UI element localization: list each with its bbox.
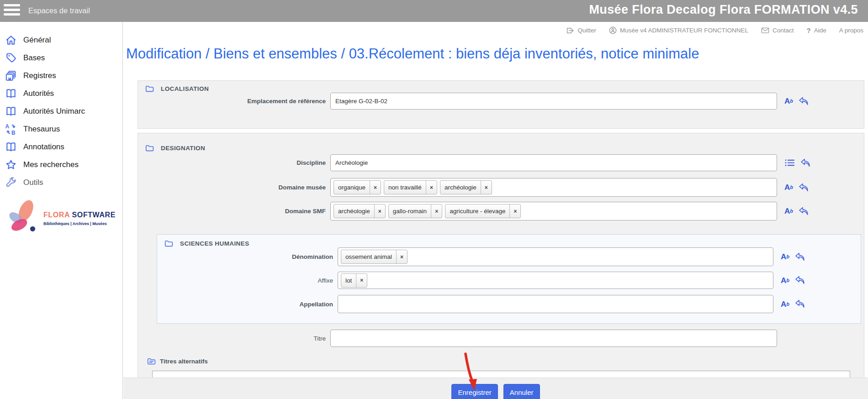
hamburger-menu-icon[interactable] bbox=[4, 4, 22, 18]
folder-list-icon bbox=[147, 357, 156, 365]
remove-tag-icon[interactable]: × bbox=[370, 181, 381, 194]
remove-tag-icon[interactable]: × bbox=[431, 205, 442, 218]
remove-tag-icon[interactable]: × bbox=[426, 181, 437, 194]
undo-icon[interactable] bbox=[795, 252, 805, 262]
sidebar-item-registres[interactable]: Registres bbox=[0, 67, 122, 84]
mail-icon bbox=[761, 27, 769, 34]
domaine-smf-label: Domaine SMF bbox=[151, 208, 330, 215]
remove-tag-icon[interactable]: × bbox=[481, 181, 492, 194]
folder-icon[interactable] bbox=[145, 85, 154, 93]
appellation-input[interactable] bbox=[338, 295, 773, 313]
quitter-link[interactable]: Quitter bbox=[566, 27, 596, 34]
folder-icon[interactable] bbox=[164, 240, 173, 247]
sidebar-item-annotations[interactable]: Annotations bbox=[0, 138, 122, 156]
emplacement-input[interactable] bbox=[330, 93, 777, 110]
sidebar-item-label: Outils bbox=[23, 178, 43, 187]
denomination-row: Dénomination ossement animal× Ab bbox=[164, 247, 805, 266]
tag-chip: archéologie× bbox=[440, 180, 492, 194]
titre-label: Titre bbox=[151, 335, 330, 342]
sidebar: Général Bases Registres Autorités Autori… bbox=[0, 22, 123, 399]
text-assist-icon[interactable]: Ab bbox=[781, 277, 789, 284]
sidebar-item-label: Général bbox=[23, 36, 51, 45]
home-icon bbox=[5, 34, 17, 46]
affixe-row: Affixe lot× Ab bbox=[164, 272, 805, 289]
action-bar: Enregistrer Annuler bbox=[123, 378, 868, 399]
discipline-input[interactable] bbox=[330, 154, 777, 171]
titre-input[interactable] bbox=[330, 330, 777, 347]
list-lookup-icon[interactable] bbox=[784, 158, 795, 167]
localisation-section-header: LOCALISATION bbox=[145, 85, 209, 93]
remove-tag-icon[interactable]: × bbox=[396, 250, 407, 263]
svg-text:B: B bbox=[11, 129, 16, 135]
discipline-row: Discipline bbox=[151, 154, 810, 171]
flora-software-logo: FLORA SOFTWARE Bibliothèques | Archives … bbox=[5, 199, 111, 238]
affixe-tagbox[interactable]: lot× bbox=[338, 272, 773, 289]
tag-chip: gallo-romain× bbox=[388, 204, 442, 218]
page-title: Modification / Biens et ensembles / 03.R… bbox=[126, 46, 699, 62]
affixe-label: Affixe bbox=[164, 277, 338, 284]
save-button[interactable]: Enregistrer bbox=[451, 384, 498, 399]
open-book-icon bbox=[5, 105, 17, 117]
sidebar-item-mes-recherches[interactable]: Mes recherches bbox=[0, 156, 122, 173]
tag-chip: lot× bbox=[341, 273, 367, 288]
brand-name: FLORA SOFTWARE bbox=[43, 211, 116, 219]
contact-link[interactable]: Contact bbox=[761, 27, 794, 34]
sidebar-item-label: Autorités Unimarc bbox=[23, 107, 85, 116]
domaine-smf-tagbox[interactable]: archéologie× gallo-romain× agriculture -… bbox=[330, 202, 777, 220]
sidebar-item-autorites[interactable]: Autorités bbox=[0, 84, 122, 102]
text-assist-icon[interactable]: Ab bbox=[784, 207, 793, 215]
section-title: LOCALISATION bbox=[161, 85, 209, 92]
text-assist-icon[interactable]: Ab bbox=[781, 253, 789, 261]
undo-icon[interactable] bbox=[799, 97, 809, 106]
undo-icon[interactable] bbox=[799, 207, 809, 216]
domaine-musee-row: Domaine musée organique× non travaillé× … bbox=[151, 178, 809, 197]
emplacement-label: Emplacement de référence bbox=[151, 98, 330, 105]
text-assist-icon[interactable]: Ab bbox=[784, 97, 793, 105]
apropos-link[interactable]: A propos bbox=[839, 27, 863, 34]
workspace-label[interactable]: Espaces de travail bbox=[28, 6, 90, 15]
flora-flower-icon bbox=[5, 199, 41, 236]
thesaurus-ab-icon: AB bbox=[5, 123, 17, 135]
text-assist-icon[interactable]: Ab bbox=[784, 184, 793, 191]
section-title: DESIGNATION bbox=[161, 145, 205, 152]
folder-icon[interactable] bbox=[145, 144, 154, 152]
sciences-humaines-section-header: SCIENCES HUMAINES bbox=[164, 240, 249, 247]
domaine-smf-row: Domaine SMF archéologie× gallo-romain× a… bbox=[151, 202, 809, 220]
undo-icon[interactable] bbox=[800, 158, 810, 168]
tag-chip: organique× bbox=[333, 180, 381, 194]
tag-icon bbox=[5, 52, 17, 64]
tag-chip: non travaillé× bbox=[384, 180, 437, 194]
star-icon bbox=[5, 159, 17, 171]
appellation-row: Appellation Ab bbox=[164, 295, 805, 313]
text-assist-icon[interactable]: Ab bbox=[781, 300, 789, 308]
aide-link[interactable]: ? Aide bbox=[807, 26, 826, 34]
sidebar-item-label: Mes recherches bbox=[23, 160, 79, 169]
remove-tag-icon[interactable]: × bbox=[374, 205, 385, 218]
appellation-label: Appellation bbox=[164, 301, 338, 308]
tag-chip: ossement animal× bbox=[341, 250, 408, 264]
header-links: Quitter Musée v4 ADMINISTRATEUR FONCTION… bbox=[566, 26, 863, 34]
sidebar-nav: Général Bases Registres Autorités Autori… bbox=[0, 22, 122, 191]
sidebar-item-general[interactable]: Général bbox=[0, 31, 122, 49]
sidebar-item-thesaurus[interactable]: AB Thesaurus bbox=[0, 120, 122, 138]
undo-icon[interactable] bbox=[795, 276, 805, 285]
undo-icon[interactable] bbox=[795, 299, 805, 309]
titres-alternatifs-header[interactable]: Titres alternatifs bbox=[147, 357, 208, 365]
cancel-button[interactable]: Annuler bbox=[503, 384, 540, 399]
remove-tag-icon[interactable]: × bbox=[509, 205, 520, 218]
sidebar-item-outils[interactable]: Outils bbox=[0, 173, 122, 191]
sidebar-item-bases[interactable]: Bases bbox=[0, 49, 122, 67]
exit-icon bbox=[566, 27, 574, 34]
domaine-musee-tagbox[interactable]: organique× non travaillé× archéologie× bbox=[330, 178, 777, 197]
user-account-link[interactable]: Musée v4 ADMINISTRATEUR FONCTIONNEL bbox=[609, 26, 748, 34]
remove-tag-icon[interactable]: × bbox=[356, 274, 367, 287]
undo-icon[interactable] bbox=[799, 183, 809, 192]
sidebar-item-label: Annotations bbox=[23, 142, 64, 152]
app-title: Musée Flora Decalog Flora FORMATION v4.5 bbox=[589, 3, 858, 17]
question-icon: ? bbox=[807, 26, 811, 34]
denomination-tagbox[interactable]: ossement animal× bbox=[338, 247, 773, 266]
tag-chip: archéologie× bbox=[333, 204, 386, 218]
sidebar-item-autorites-unimarc[interactable]: Autorités Unimarc bbox=[0, 102, 122, 120]
wrench-icon bbox=[5, 177, 17, 189]
subsection-title: Titres alternatifs bbox=[160, 358, 208, 365]
